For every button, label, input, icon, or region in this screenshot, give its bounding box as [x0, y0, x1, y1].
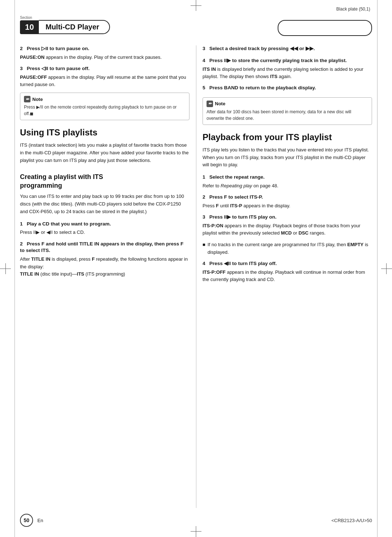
step-p2-body: Press F until ITS-P appears in the displ… — [203, 202, 372, 209]
border-left — [15, 0, 15, 537]
step3-select-track-heading: 3 Select a desired track by pressing ◀◀ … — [203, 45, 372, 52]
right-note-box: ✏ Note After data for 100 discs has been… — [203, 97, 372, 125]
section-title: Multi-CD Player — [39, 20, 110, 34]
page: Black plate (50,1) Section 10 Multi-CD P… — [0, 0, 392, 537]
step-p2-heading: 2 Press F to select ITS-P. — [203, 194, 372, 201]
step-p4-heading: 4 Press ◀II to turn ITS play off. — [203, 260, 372, 267]
step2-pause-on-heading: 2 Press ▷II to turn pause on. — [20, 45, 189, 52]
step-p3-body: ITS-P:ON appears in the display. Playbac… — [203, 222, 372, 237]
playback-title: Playback from your ITS playlist — [203, 132, 372, 143]
left-note-text: Press ▶/II on the remote control repeate… — [24, 104, 185, 117]
right-note-text: After data for 100 discs has been stored… — [207, 109, 368, 122]
section-header: Section 10 Multi-CD Player — [20, 20, 110, 34]
playback-intro: ITS play lets you listen to the tracks t… — [203, 146, 372, 169]
note-icon-right: ✏ — [207, 101, 213, 107]
content-area: 2 Press ▷II to turn pause on. PAUSE:ON a… — [20, 45, 372, 508]
step3-pause-off-body: PAUSE:OFF appears in the display. Play w… — [20, 74, 189, 88]
page-footer: 50 En <CRB2123-A/U>50 — [20, 514, 372, 527]
section-label: Section — [20, 16, 32, 20]
step-c2-heading: 2 Press F and hold until TITLE IN appear… — [20, 241, 189, 255]
right-header-box — [278, 20, 372, 36]
step-c1-body: Press II▶ or ◀II to select a CD. — [20, 229, 189, 236]
footer-left: 50 En — [20, 514, 43, 527]
step2-pause-on-body: PAUSE:ON appears in the display. Play of… — [20, 54, 189, 61]
step-p3-bullet: ■ If no tracks in the current range are … — [203, 241, 372, 256]
footer-lang: En — [37, 518, 43, 523]
step4-store-heading: 4 Press II▶ to store the currently playi… — [203, 57, 372, 64]
step3-pause-off-heading: 3 Press ◁II to turn pause off. — [20, 65, 189, 72]
step-c2-body: After TITLE IN is displayed, press F rep… — [20, 256, 189, 277]
step5-band-heading: 5 Press BAND to return to the playback d… — [203, 85, 372, 91]
page-number: 50 — [20, 514, 33, 527]
border-right — [377, 0, 377, 537]
creating-playlist-intro: You can use ITS to enter and play back u… — [20, 193, 189, 215]
left-note-title: ✏ Note — [24, 96, 185, 102]
section-number: 10 — [20, 20, 39, 34]
right-column: 3 Select a desired track by pressing ◀◀ … — [203, 45, 372, 508]
creating-playlist-title: Creating a playlist with ITSprogramming — [20, 173, 189, 190]
using-its-intro: ITS (instant track selection) lets you m… — [20, 142, 189, 164]
step-p1-body: Refer to Repeating play on page 48. — [203, 182, 372, 190]
left-column: 2 Press ▷II to turn pause on. PAUSE:ON a… — [20, 45, 189, 508]
step-c1-heading: 1 Play a CD that you want to program. — [20, 221, 189, 228]
left-note-box: ✏ Note Press ▶/II on the remote control … — [20, 93, 189, 120]
footer-code: <CRB2123-A/U>50 — [331, 518, 372, 523]
step-p1-heading: 1 Select the repeat range. — [203, 174, 372, 181]
right-note-title: ✏ Note — [207, 101, 368, 107]
step-p4-body: ITS-P:OFF appears in the display. Playba… — [203, 269, 372, 283]
step-p3-heading: 3 Press II▶ to turn ITS play on. — [203, 214, 372, 221]
top-right-label: Black plate (50,1) — [336, 7, 370, 12]
using-its-title: Using ITS playlists — [20, 127, 189, 138]
note-icon: ✏ — [24, 96, 30, 102]
step4-store-body: ITS IN is displayed briefly and the curr… — [203, 66, 372, 80]
